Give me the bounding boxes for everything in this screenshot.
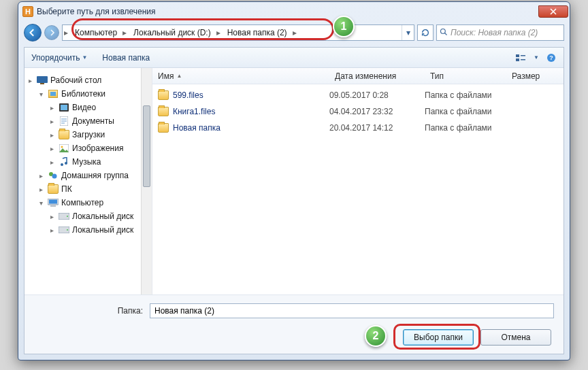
tree-item-local-disk[interactable]: ▸ Локальный диск	[24, 223, 152, 237]
view-icon	[516, 54, 527, 62]
refresh-button[interactable]	[417, 24, 434, 41]
tree-scrollbar[interactable]	[141, 68, 152, 295]
file-rows: 599.files09.05.2017 0:28Папка с файламиК…	[152, 84, 564, 295]
organize-label: Упорядочить	[31, 53, 80, 63]
file-name: 599.files	[173, 90, 203, 100]
folder-icon	[158, 107, 169, 116]
expander-icon[interactable]: ▾	[37, 199, 45, 207]
file-date: 20.04.2017 14:12	[329, 123, 425, 133]
new-folder-button[interactable]: Новая папка	[102, 53, 150, 63]
drive-icon	[59, 224, 69, 235]
documents-icon	[59, 116, 69, 127]
expander-icon[interactable]: ▾	[37, 90, 45, 98]
file-type: Папка с файлами	[425, 90, 506, 100]
tree-item-downloads[interactable]: ▸ Загрузки	[24, 128, 152, 141]
refresh-icon	[421, 28, 430, 37]
folder-row: Папка:	[34, 303, 554, 318]
desktop-icon	[37, 75, 48, 86]
col-type[interactable]: Тип	[425, 71, 506, 81]
button-row: Выбор папки Отмена	[34, 329, 554, 346]
select-folder-button[interactable]: Выбор папки	[403, 329, 474, 346]
expander-icon[interactable]: ▸	[48, 104, 56, 112]
svg-point-24	[67, 229, 68, 231]
col-name[interactable]: Имя ▲	[152, 71, 329, 81]
folder-input[interactable]	[150, 303, 554, 318]
chevron-right-icon: ▸	[215, 28, 222, 37]
search-icon	[440, 28, 448, 38]
nav-back-button[interactable]	[24, 24, 42, 41]
file-type: Папка с файлами	[425, 123, 506, 133]
toolbar: Упорядочить ▼ Новая папка ▼ ?	[24, 48, 564, 68]
svg-point-14	[61, 163, 63, 166]
svg-rect-3	[521, 55, 525, 56]
window-title: Выберите путь для извлечения	[37, 7, 156, 16]
svg-rect-2	[516, 58, 519, 61]
expander-icon[interactable]: ▸	[48, 131, 56, 139]
app-icon: H	[22, 6, 33, 17]
svg-rect-19	[49, 200, 57, 204]
tree-item-images[interactable]: ▸ Изображения	[24, 141, 152, 155]
address-dropdown-button[interactable]: ▾	[402, 25, 414, 40]
expander-icon[interactable]: ▸	[48, 213, 56, 220]
expander-icon[interactable]: ▸	[48, 118, 56, 125]
scrollbar-thumb[interactable]	[143, 105, 150, 187]
expander-icon[interactable]: ▸	[37, 172, 45, 180]
images-icon	[59, 143, 69, 154]
breadcrumb-segment[interactable]: Локальный диск (D:)	[128, 25, 215, 40]
col-date[interactable]: Дата изменения	[329, 71, 425, 81]
tree-item-homegroup[interactable]: ▸ Домашняя группа	[24, 169, 152, 182]
tree-item-music[interactable]: ▸ Музыка	[24, 155, 152, 169]
col-size[interactable]: Размер	[506, 71, 561, 81]
svg-text:?: ?	[549, 54, 553, 61]
tree-item-pc[interactable]: ▸ ПК	[24, 182, 152, 196]
expander-icon[interactable]: ▸	[48, 145, 56, 152]
file-row[interactable]: Книга1.files04.04.2017 23:32Папка с файл…	[152, 103, 564, 120]
svg-point-22	[67, 216, 68, 217]
nav-tree[interactable]: ▸ Рабочий стол ▾ Библиотеки ▸ Видео ▸	[24, 68, 152, 295]
new-folder-label: Новая папка	[102, 53, 150, 63]
search-input[interactable]: Поиск: Новая папка (2)	[436, 24, 564, 41]
close-button[interactable]	[538, 5, 568, 18]
organize-menu[interactable]: Упорядочить ▼	[31, 53, 87, 63]
file-row[interactable]: Новая папка20.04.2017 14:12Папка с файла…	[152, 120, 564, 136]
svg-point-17	[52, 174, 57, 179]
file-row[interactable]: 599.files09.05.2017 0:28Папка с файлами	[152, 87, 564, 103]
music-icon	[59, 156, 69, 167]
drive-icon	[59, 211, 69, 222]
breadcrumb-segment[interactable]: Компьютер	[69, 25, 121, 40]
libraries-icon	[48, 88, 59, 99]
tree-item-computer[interactable]: ▾ Компьютер	[24, 196, 152, 209]
expander-icon[interactable]: ▸	[48, 158, 56, 166]
expander-icon[interactable]: ▸	[37, 186, 45, 193]
downloads-icon	[59, 129, 69, 140]
tree-item-desktop[interactable]: ▸ Рабочий стол	[24, 73, 152, 87]
tree-item-video[interactable]: ▸ Видео	[24, 101, 152, 114]
file-date: 04.04.2017 23:32	[329, 107, 425, 116]
help-button[interactable]: ?	[546, 52, 557, 63]
arrow-left-icon	[29, 29, 37, 37]
tree-item-documents[interactable]: ▸ Документы	[24, 114, 152, 128]
breadcrumb-segment[interactable]: Новая папка (2)	[222, 25, 291, 40]
expander-icon[interactable]: ▸	[26, 77, 34, 84]
tree-item-libraries[interactable]: ▾ Библиотеки	[24, 87, 152, 101]
arrow-right-icon	[48, 29, 55, 36]
file-date: 09.05.2017 0:28	[329, 90, 425, 100]
view-options-button[interactable]	[516, 52, 527, 63]
cancel-button[interactable]: Отмена	[480, 329, 551, 346]
folder-icon	[158, 123, 169, 133]
chevron-right-icon: ▸	[121, 28, 128, 37]
expander-icon[interactable]: ▸	[48, 226, 56, 234]
chevron-down-icon: ▼	[82, 54, 87, 61]
svg-rect-10	[61, 105, 67, 110]
nav-forward-button[interactable]	[44, 25, 59, 40]
file-name: Новая папка	[173, 123, 220, 133]
file-type: Папка с файлами	[425, 107, 506, 116]
dialog-window: H Выберите путь для извлечения ▸ Компьют…	[18, 1, 570, 360]
titlebar: H Выберите путь для извлечения	[18, 2, 570, 21]
svg-rect-4	[521, 59, 525, 61]
search-placeholder: Поиск: Новая папка (2)	[451, 28, 538, 37]
address-bar[interactable]: ▸ Компьютер ▸ Локальный диск (D:) ▸ Нова…	[62, 24, 414, 41]
tree-item-local-disk[interactable]: ▸ Локальный диск	[24, 209, 152, 223]
explorer-split: ▸ Рабочий стол ▾ Библиотеки ▸ Видео ▸	[24, 68, 564, 295]
annotation-badge: 1	[333, 16, 355, 37]
